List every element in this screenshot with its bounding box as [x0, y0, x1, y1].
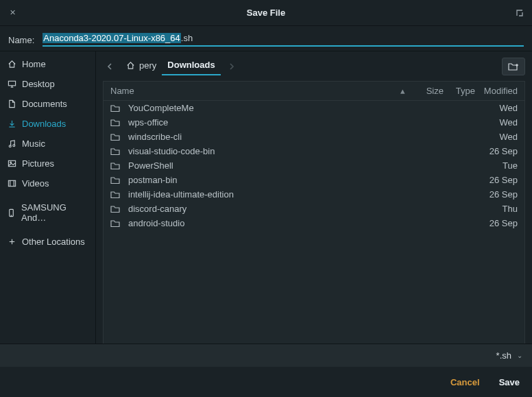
- pictures-icon: [7, 159, 16, 168]
- table-row[interactable]: wps-office Wed: [104, 115, 524, 130]
- file-name: YouCompleteMe: [128, 103, 409, 113]
- sidebar-item-other-locations[interactable]: Other Locations: [0, 232, 95, 252]
- places-sidebar: HomeDesktopDocumentsDownloadsMusicPictur…: [0, 51, 96, 344]
- column-size[interactable]: Size: [409, 86, 444, 96]
- sidebar-item-pictures[interactable]: Pictures: [0, 154, 95, 173]
- sidebar-item-documents[interactable]: Documents: [0, 94, 95, 114]
- svg-rect-0: [8, 81, 15, 86]
- table-row[interactable]: YouCompleteMe Wed: [104, 101, 524, 115]
- window-title: Save File: [0, 8, 532, 18]
- maximize-icon[interactable]: [513, 6, 527, 20]
- file-name: postman-bin: [128, 175, 409, 185]
- table-row[interactable]: postman-bin 26 Sep: [104, 173, 524, 187]
- main-panel: peryDownloads Name ▴ Size Type Modified: [96, 51, 532, 344]
- folder-icon: [110, 176, 123, 184]
- sidebar-item-desktop[interactable]: Desktop: [0, 74, 95, 94]
- file-list-header[interactable]: Name ▴ Size Type Modified: [104, 82, 524, 101]
- folder-icon: [110, 205, 123, 213]
- file-name: visual-studio-code-bin: [128, 146, 409, 156]
- sidebar-item-label: Home: [22, 59, 46, 69]
- column-modified[interactable]: Modified: [475, 86, 518, 96]
- action-bar: Cancel Save: [0, 367, 532, 397]
- filter-label: *.sh: [496, 350, 511, 361]
- file-name: windscribe-cli: [128, 132, 409, 142]
- file-modified: Wed: [475, 103, 518, 113]
- file-name: wps-office: [128, 117, 409, 128]
- filename-input[interactable]: Anaconda3-2020.07-Linux-x86_64.sh: [43, 33, 524, 47]
- sidebar-item-label: Videos: [22, 178, 49, 189]
- filename-selected-text: Anaconda3-2020.07-Linux-x86_64: [43, 33, 181, 43]
- file-type-filter[interactable]: *.sh ⌄: [496, 350, 522, 361]
- path-back-button[interactable]: [103, 58, 117, 75]
- file-modified: Wed: [475, 132, 518, 142]
- column-name[interactable]: Name: [110, 86, 400, 96]
- sidebar-item-label: Desktop: [22, 79, 55, 89]
- table-row[interactable]: intellij-idea-ultimate-edition 26 Sep: [104, 187, 524, 202]
- videos-icon: [7, 179, 16, 188]
- file-name: intellij-idea-ultimate-edition: [128, 189, 409, 200]
- file-modified: 26 Sep: [475, 175, 518, 185]
- sidebar-item-label: SAMSUNG And…: [21, 202, 88, 223]
- svg-point-5: [9, 145, 11, 147]
- device-icon: [7, 208, 16, 217]
- table-row[interactable]: PowerShell Tue: [104, 158, 524, 173]
- sidebar-item-downloads[interactable]: Downloads: [0, 114, 95, 134]
- sidebar-item-label: Music: [22, 139, 45, 149]
- close-icon[interactable]: ✕: [5, 6, 19, 20]
- dialog-body: HomeDesktopDocumentsDownloadsMusicPictur…: [0, 51, 532, 344]
- sidebar-item-home[interactable]: Home: [0, 54, 95, 74]
- column-type[interactable]: Type: [444, 86, 475, 96]
- documents-icon: [7, 99, 16, 108]
- home-icon: [126, 61, 135, 70]
- sidebar-item-label: Other Locations: [22, 237, 85, 247]
- downloads-icon: [7, 119, 16, 128]
- chevron-down-icon: ⌄: [517, 352, 522, 359]
- file-modified: Thu: [475, 204, 518, 214]
- folder-icon: [110, 133, 123, 141]
- file-list-body[interactable]: YouCompleteMe Wed wps-office Wed windscr…: [104, 101, 524, 344]
- desktop-icon: [7, 80, 16, 88]
- table-row[interactable]: windscribe-cli Wed: [104, 130, 524, 144]
- save-file-dialog: ✕ Save File Name: Anaconda3-2020.07-Linu…: [0, 0, 532, 397]
- file-modified: Tue: [475, 160, 518, 171]
- titlebar: ✕ Save File: [0, 0, 532, 26]
- save-button[interactable]: Save: [499, 377, 520, 387]
- svg-point-8: [10, 162, 11, 163]
- sidebar-item-videos[interactable]: Videos: [0, 173, 95, 193]
- sidebar-item-label: Documents: [22, 99, 67, 109]
- folder-icon: [110, 119, 123, 127]
- cancel-button[interactable]: Cancel: [450, 377, 480, 387]
- folder-icon: [110, 191, 123, 199]
- file-modified: 26 Sep: [475, 218, 518, 228]
- svg-rect-9: [8, 180, 15, 186]
- music-icon: [7, 139, 16, 148]
- breadcrumb-label: Downloads: [167, 60, 215, 70]
- file-modified: 26 Sep: [475, 189, 518, 200]
- sidebar-item-label: Downloads: [22, 119, 66, 129]
- filename-extension: .sh: [181, 33, 193, 43]
- breadcrumb-pery[interactable]: pery: [121, 58, 162, 75]
- plus-icon: [7, 237, 16, 246]
- file-name: discord-canary: [128, 204, 409, 214]
- breadcrumb-label: pery: [139, 60, 156, 71]
- sidebar-item-label: Pictures: [22, 158, 54, 169]
- home-icon: [7, 60, 16, 69]
- new-folder-button[interactable]: [502, 58, 525, 75]
- file-list: Name ▴ Size Type Modified YouCompleteMe …: [103, 81, 525, 344]
- table-row[interactable]: android-studio 26 Sep: [104, 216, 524, 230]
- path-bar: peryDownloads: [96, 51, 532, 75]
- table-row[interactable]: discord-canary Thu: [104, 202, 524, 216]
- file-modified: Wed: [475, 117, 518, 128]
- path-forward-button[interactable]: [225, 58, 239, 75]
- folder-icon: [110, 104, 123, 112]
- table-row[interactable]: visual-studio-code-bin 26 Sep: [104, 144, 524, 158]
- folder-icon: [110, 162, 123, 170]
- folder-icon: [110, 219, 123, 228]
- breadcrumb-downloads[interactable]: Downloads: [162, 57, 220, 75]
- sidebar-item-music[interactable]: Music: [0, 134, 95, 154]
- file-modified: 26 Sep: [475, 146, 518, 156]
- svg-point-6: [12, 145, 14, 147]
- sidebar-item-samsung-and-[interactable]: SAMSUNG And…: [0, 197, 95, 228]
- filename-label: Name:: [8, 35, 34, 45]
- filter-bar: *.sh ⌄: [0, 344, 532, 367]
